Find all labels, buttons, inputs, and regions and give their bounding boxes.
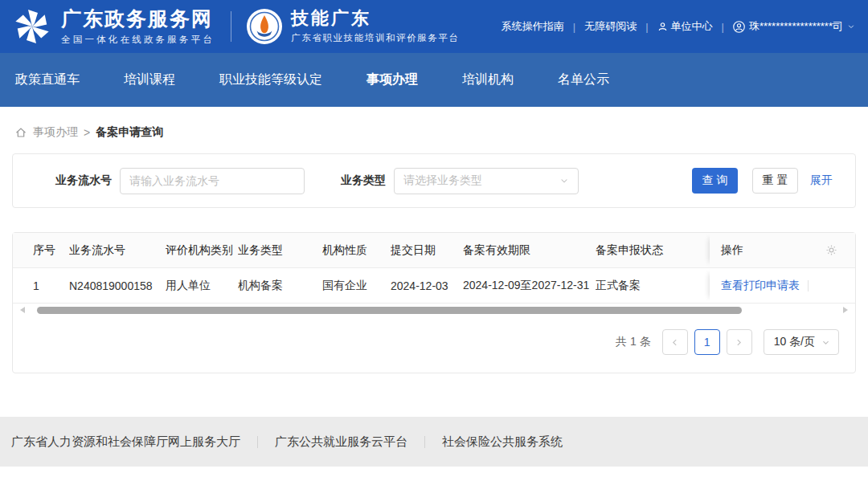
table-cell-org-nature: 国有企业 — [322, 279, 391, 293]
action-divider — [808, 280, 809, 291]
results-table-card: 序号 业务流水号 评价机构类别 业务类型 机构性质 提交日期 备案有效期限 备案… — [12, 232, 856, 373]
chevron-down-icon — [559, 176, 569, 185]
scroll-left-arrow-icon[interactable] — [20, 307, 25, 313]
chevron-down-icon — [821, 338, 830, 347]
column-settings-gear-icon[interactable] — [825, 244, 837, 256]
scroll-right-arrow-icon[interactable] — [843, 307, 848, 313]
pagination: 共 1 条 1 10 条/页 — [13, 316, 855, 373]
chevron-left-icon — [670, 338, 679, 347]
serial-number-label: 业务流水号 — [55, 173, 112, 188]
footer-link-social-insurance[interactable]: 社会保险公共服务系统 — [442, 434, 563, 450]
nav-item-publicity[interactable]: 名单公示 — [558, 71, 609, 88]
platform-title: 技能广东 — [291, 9, 460, 28]
column-header: 提交日期 — [391, 243, 463, 258]
table-header-row: 序号 业务流水号 评价机构类别 业务类型 机构性质 提交日期 备案有效期限 备案… — [13, 233, 855, 268]
table-cell-org-category: 用人单位 — [166, 279, 238, 293]
serial-number-input[interactable] — [120, 168, 305, 194]
column-header: 机构性质 — [322, 243, 391, 258]
page-number-1[interactable]: 1 — [694, 329, 720, 355]
view-print-application-link[interactable]: 查看打印申请表 — [721, 279, 800, 293]
table-cell-index: 1 — [13, 279, 69, 292]
column-header: 序号 — [13, 243, 69, 258]
breadcrumb: 事项办理 > 备案申请查询 — [14, 125, 855, 140]
top-header: 广东政务服务网 全国一体化在线政务服务平台 技能广东 广东省职业技能培训和评价服… — [0, 0, 868, 53]
table-cell-actions: 查看打印申请表 — [710, 268, 855, 303]
table-cell-serial: N240819000158 — [69, 279, 166, 292]
nav-item-institutions[interactable]: 培训机构 — [462, 71, 514, 88]
unit-center-link[interactable]: 单位中心 — [657, 19, 713, 34]
table-cell-submit-date: 2024-12-03 — [391, 279, 463, 292]
header-link-separator: | — [645, 21, 648, 33]
header-divider — [231, 11, 231, 42]
breadcrumb-separator: > — [84, 126, 90, 139]
chevron-right-icon — [735, 338, 743, 347]
gov-logo-block[interactable]: 广东政务服务网 全国一体化在线政务服务平台 — [13, 7, 215, 46]
column-header-actions: 操作 — [710, 233, 855, 267]
pagination-total: 共 1 条 — [616, 335, 651, 349]
page-size-value: 10 条/页 — [774, 335, 815, 349]
header-link-separator: | — [573, 21, 575, 33]
accessibility-link[interactable]: 无障碍阅读 — [584, 19, 637, 34]
chevron-down-icon — [847, 22, 855, 31]
business-type-select[interactable]: 请选择业务类型 — [394, 168, 579, 194]
nav-item-courses[interactable]: 培训课程 — [124, 71, 175, 88]
search-button[interactable]: 查 询 — [692, 168, 738, 194]
scrollbar-thumb[interactable] — [37, 307, 742, 314]
header-link-separator: | — [722, 21, 724, 33]
search-filter-panel: 业务流水号 业务类型 请选择业务类型 查 询 重 置 展开 — [12, 153, 856, 208]
site-subtitle: 全国一体化在线政务服务平台 — [61, 34, 215, 46]
footer-link-employment-cloud[interactable]: 广东公共就业服务云平台 — [275, 434, 407, 450]
expand-link[interactable]: 展开 — [810, 173, 833, 188]
column-header: 业务流水号 — [69, 243, 166, 258]
footer: 广东省人力资源和社会保障厅网上服务大厅 广东公共就业服务云平台 社会保险公共服务… — [0, 417, 868, 467]
skill-guangdong-badge-icon — [246, 8, 283, 45]
user-avatar-icon — [733, 21, 745, 33]
footer-divider — [257, 436, 258, 448]
reset-button[interactable]: 重 置 — [752, 168, 798, 194]
breadcrumb-current: 备案申请查询 — [96, 125, 163, 140]
business-type-placeholder: 请选择业务类型 — [403, 173, 482, 188]
column-header: 备案申报状态 — [596, 243, 710, 258]
page-size-select[interactable]: 10 条/页 — [764, 329, 839, 355]
main-nav: 政策直通车 培训课程 职业技能等级认定 事项办理 培训机构 名单公示 — [0, 53, 868, 107]
person-icon — [657, 22, 668, 32]
pinwheel-logo-icon — [13, 7, 51, 46]
column-header: 备案有效期限 — [463, 243, 596, 258]
home-icon[interactable] — [14, 126, 27, 139]
business-type-label: 业务类型 — [341, 173, 386, 188]
user-account-menu[interactable]: 珠******************司 — [733, 19, 855, 34]
table-cell-business-type: 机构备案 — [238, 279, 322, 293]
platform-logo-block[interactable]: 技能广东 广东省职业技能培训和评价服务平台 — [246, 8, 460, 45]
platform-subtitle: 广东省职业技能培训和评价服务平台 — [291, 32, 460, 44]
user-name: 珠******************司 — [749, 19, 843, 34]
next-page-button[interactable] — [727, 329, 752, 355]
nav-item-matters[interactable]: 事项办理 — [366, 71, 418, 88]
prev-page-button[interactable] — [662, 329, 688, 355]
horizontal-scrollbar[interactable] — [14, 305, 854, 316]
table-row[interactable]: 1 N240819000158 用人单位 机构备案 国有企业 2024-12-0… — [13, 268, 855, 304]
site-title: 广东政务服务网 — [61, 7, 215, 31]
breadcrumb-parent[interactable]: 事项办理 — [33, 125, 78, 140]
table-cell-validity: 2024-12-09至2027-12-31 — [463, 279, 596, 293]
nav-item-skill-level[interactable]: 职业技能等级认定 — [219, 71, 322, 88]
column-header: 业务类型 — [238, 243, 322, 258]
system-guide-link[interactable]: 系统操作指南 — [502, 19, 564, 34]
footer-divider — [424, 436, 425, 448]
column-header: 评价机构类别 — [166, 243, 238, 258]
nav-item-policy[interactable]: 政策直通车 — [15, 71, 80, 88]
table-cell-status: 正式备案 — [596, 279, 710, 293]
footer-link-hr-hall[interactable]: 广东省人力资源和社会保障厅网上服务大厅 — [11, 434, 240, 450]
